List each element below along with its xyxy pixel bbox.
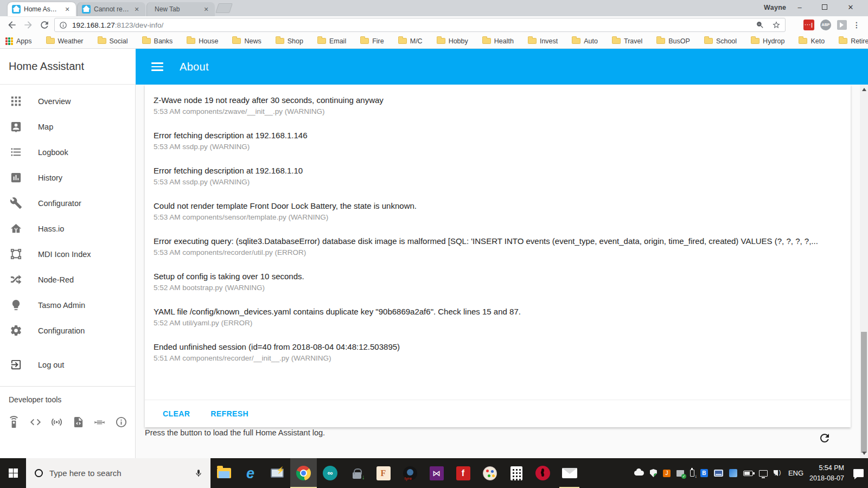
bookmark-folder[interactable]: Email [317, 37, 346, 45]
window-minimize-button[interactable]: – [788, 0, 812, 15]
devtool-information-icon[interactable] [115, 416, 127, 431]
taskbar-app-visual-studio[interactable]: ⋈ [423, 458, 450, 488]
devtool-access-point-icon[interactable] [50, 416, 63, 431]
window-close-button[interactable]: ✕ [839, 0, 863, 15]
taskbar-app-tyre[interactable] [397, 458, 423, 488]
menu-hamburger-icon[interactable] [151, 62, 163, 71]
lastpass-extension-icon[interactable]: ···| [803, 20, 814, 30]
taskbar-app-filezilla[interactable]: f [450, 458, 476, 488]
bookmark-folder[interactable]: Invest [528, 37, 558, 45]
start-button[interactable] [0, 458, 26, 488]
sidebar-item-configurator[interactable]: Configurator [0, 190, 135, 216]
scrollbar-thumb[interactable] [861, 332, 867, 453]
taskbar-app-remote-desktop[interactable] [264, 458, 290, 488]
sidebar-item-tasmo-admin[interactable]: Tasmo Admin [0, 292, 135, 318]
bookmark-folder[interactable]: M/C [398, 37, 423, 45]
url-host: 192.168.1.27 [72, 21, 115, 29]
browser-tab[interactable]: New Tab✕ [146, 2, 215, 16]
tray-updates-icon[interactable] [676, 470, 684, 477]
sidebar-item-configuration[interactable]: Configuration [0, 318, 135, 343]
sidebar-item-mdi-icon-index[interactable]: MDI Icon Index [0, 241, 135, 267]
bookmark-star-icon[interactable] [772, 21, 781, 29]
tray-volume-icon[interactable] [774, 471, 778, 476]
taskbar-app-fusion360[interactable]: F [370, 458, 397, 488]
bookmark-folder[interactable]: Auto [572, 37, 598, 45]
sidebar-item-logbook[interactable]: Logbook [0, 139, 135, 165]
sidebar-item-history[interactable]: History [0, 165, 135, 190]
sidebar-item-map[interactable]: Map [0, 114, 135, 139]
taskbar-app-fing[interactable] [529, 458, 556, 488]
tab-close-icon[interactable]: ✕ [132, 5, 141, 14]
ie-tab-extension-icon[interactable] [837, 20, 847, 30]
bookmark-folder[interactable]: Health [482, 37, 514, 45]
tray-battery-icon[interactable] [743, 471, 753, 476]
sidebar-item-hass-io[interactable]: Hass.io [0, 216, 135, 241]
taskbar-app-arduino[interactable]: ∞ [317, 458, 343, 488]
address-bar[interactable]: 192.168.1.27:8123/dev-info/ [54, 18, 786, 32]
scrollbar-down-arrow[interactable] [862, 452, 866, 455]
bookmark-folder[interactable]: News [232, 37, 261, 45]
bookmark-folder[interactable]: House [187, 37, 218, 45]
scrollbar-up-arrow[interactable] [862, 88, 866, 91]
sidebar-item-node-red[interactable]: Node-Red [0, 267, 135, 292]
taskbar-app-winscp[interactable] [343, 458, 370, 488]
window-restore-button[interactable] [813, 0, 837, 15]
bookmark-folder[interactable]: Weather [46, 37, 84, 45]
refresh-button[interactable]: REFRESH [210, 409, 248, 418]
tray-defender-icon[interactable] [650, 469, 657, 477]
bookmark-folder[interactable]: Travel [612, 37, 642, 45]
tray-onedrive-icon[interactable] [634, 471, 644, 476]
bookmark-folder[interactable]: Social [98, 37, 128, 45]
bookmark-folder[interactable]: Retire [839, 37, 868, 45]
tray-usb-icon[interactable] [690, 470, 694, 477]
taskbar-app-paint[interactable] [476, 458, 503, 488]
browser-tab[interactable]: Cannot reach Hassio pag✕ [77, 2, 145, 16]
bookmark-apps[interactable]: Apps [5, 37, 32, 45]
bookmark-folder[interactable]: BusOP [656, 37, 690, 45]
microphone-icon[interactable] [194, 469, 203, 478]
reload-button[interactable] [38, 18, 51, 31]
bookmark-label: Banks [154, 37, 173, 45]
tray-network-icon[interactable] [759, 470, 768, 477]
bookmark-folder[interactable]: Banks [142, 37, 173, 45]
bookmark-folder[interactable]: Fire [360, 37, 384, 45]
devtool-file-code-icon[interactable] [72, 416, 85, 431]
load-full-log-refresh-icon[interactable] [818, 432, 831, 445]
taskbar-clock[interactable]: 5:54 PM2018-08-07 [809, 463, 844, 483]
taskbar-search-box[interactable]: Type here to search [26, 458, 210, 488]
site-info-icon[interactable] [59, 21, 67, 29]
tab-close-icon[interactable]: ✕ [63, 5, 72, 14]
browser-menu-icon[interactable]: ⋮ [853, 18, 860, 32]
page-scrollbar[interactable] [860, 85, 868, 458]
devtool-align-center-icon[interactable] [93, 416, 106, 431]
tray-touchpad-icon[interactable] [714, 470, 723, 477]
taskbar-app-calculator[interactable] [503, 458, 529, 488]
taskbar-app-internet-explorer[interactable]: e [237, 458, 264, 488]
sidebar-item-overview[interactable]: Overview [0, 88, 135, 114]
profile-name[interactable]: Wayne [764, 4, 786, 11]
action-center-icon[interactable] [853, 469, 864, 477]
forward-button[interactable] [22, 18, 35, 31]
clear-button[interactable]: CLEAR [163, 409, 190, 418]
tray-bluetooth-icon[interactable]: B [700, 469, 708, 477]
taskbar-app-mail[interactable] [556, 458, 583, 488]
sidebar-item-logout[interactable]: Log out [0, 352, 135, 377]
taskbar-app-chrome[interactable] [290, 458, 317, 488]
new-tab-button[interactable] [215, 3, 233, 13]
adblock-plus-extension-icon[interactable]: ABP [820, 20, 831, 30]
bookmark-folder[interactable]: Keto [799, 37, 825, 45]
taskbar-app-file-explorer[interactable] [210, 458, 237, 488]
language-indicator[interactable]: ENG [788, 469, 803, 477]
bookmark-folder[interactable]: Hobby [437, 37, 468, 45]
bookmark-folder[interactable]: School [704, 37, 737, 45]
back-button[interactable] [5, 18, 18, 31]
tray-graphics-icon[interactable] [729, 469, 737, 477]
zoom-icon[interactable] [756, 21, 764, 29]
devtool-remote-icon[interactable] [8, 416, 20, 431]
bookmark-folder[interactable]: Hydrop [751, 37, 784, 45]
tab-close-icon[interactable]: ✕ [202, 5, 210, 14]
devtool-code-tags-icon[interactable] [29, 416, 42, 431]
browser-tab[interactable]: Home Assistant✕ [8, 2, 76, 16]
tray-java-icon[interactable]: J [663, 470, 671, 477]
bookmark-folder[interactable]: Shop [276, 37, 303, 45]
